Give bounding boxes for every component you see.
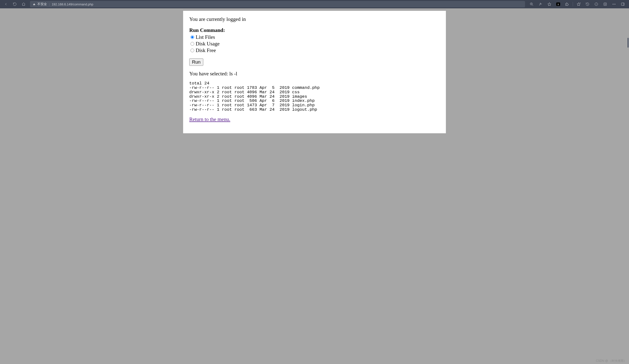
radio-disk-free[interactable]: [190, 49, 194, 52]
sidebar-button[interactable]: [619, 1, 627, 8]
radio-label-list-files: List Files: [196, 34, 215, 40]
svg-rect-5: [621, 3, 624, 6]
app-launcher-button[interactable]: [601, 1, 609, 8]
command-radio-group: List Files Disk Usage Disk Free: [189, 34, 440, 54]
logged-in-message: You are currently logged in: [189, 16, 440, 22]
address-bar[interactable]: 不安全 | 192.168.6.149/command.php: [30, 1, 525, 7]
browser-toolbar: 不安全 | 192.168.6.149/command.php x: [0, 0, 629, 8]
favorite-star-button[interactable]: [545, 1, 554, 8]
radio-option-disk-free: Disk Free: [189, 47, 440, 54]
history-button[interactable]: [583, 1, 592, 8]
url-text: 192.168.6.149/command.php: [52, 2, 93, 6]
warning-icon: [32, 2, 36, 6]
collections-button[interactable]: [592, 1, 601, 8]
run-command-heading: Run Command:: [189, 27, 440, 33]
page-content: You are currently logged in Run Command:…: [183, 11, 446, 133]
radio-disk-usage[interactable]: [190, 42, 194, 46]
radio-option-list-files: List Files: [189, 34, 440, 40]
svg-point-2: [613, 4, 613, 4]
radio-option-disk-usage: Disk Usage: [189, 41, 440, 47]
extensions-button[interactable]: [563, 1, 571, 8]
radio-label-disk-usage: Disk Usage: [196, 41, 219, 47]
viewport: You are currently logged in Run Command:…: [0, 8, 629, 133]
scrollbar-track[interactable]: [626, 8, 629, 133]
return-menu-link[interactable]: Return to the menu.: [189, 116, 230, 122]
security-label: 不安全: [37, 2, 47, 6]
toolbar-right: x: [527, 1, 627, 8]
security-indicator[interactable]: 不安全: [32, 2, 47, 6]
scrollbar-thumb[interactable]: [628, 38, 629, 48]
svg-point-3: [614, 4, 614, 4]
divider: |: [49, 2, 50, 6]
zoom-button[interactable]: [527, 1, 536, 8]
separator: [573, 2, 573, 6]
home-button[interactable]: [20, 1, 27, 8]
favorites-button[interactable]: [574, 1, 583, 8]
extension-badge[interactable]: x: [554, 1, 562, 8]
read-aloud-button[interactable]: [536, 1, 545, 8]
radio-list-files[interactable]: [190, 35, 194, 39]
run-button[interactable]: Run: [189, 58, 203, 66]
command-output: total 24 -rw-r--r-- 1 root root 1783 Apr…: [189, 81, 440, 112]
back-button[interactable]: [2, 1, 10, 8]
more-button[interactable]: [610, 1, 618, 8]
selected-command-text: You have selected: ls -l: [189, 71, 440, 77]
x-badge-icon: x: [556, 2, 560, 6]
nav-controls: [2, 1, 27, 8]
svg-point-4: [615, 4, 616, 4]
refresh-button[interactable]: [11, 1, 19, 8]
radio-label-disk-free: Disk Free: [196, 47, 216, 54]
